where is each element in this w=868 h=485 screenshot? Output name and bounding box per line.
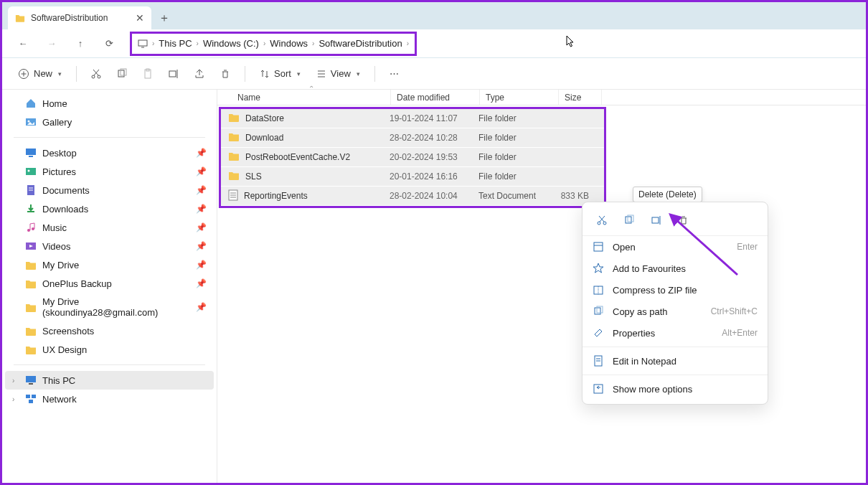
svg-rect-31 [29,383,33,385]
tooltip: Delete (Delete) [633,187,702,202]
new-button[interactable]: New ▾ [12,65,67,83]
sidebar-item[interactable]: Pictures📌 [5,162,214,181]
tab-active[interactable]: SoftwareDistribution ✕ [8,6,151,29]
pin-icon[interactable]: 📌 [196,278,207,288]
sidebar-item[interactable]: ›This PC [5,371,214,390]
chevron-right-icon: › [312,39,314,47]
table-row[interactable]: DataStore19-01-2024 11:07File folder [221,109,604,128]
sidebar-item[interactable]: My Drive (skoundinya28@gmail.com)📌 [5,293,214,321]
paste-button[interactable] [137,63,159,85]
svg-line-41 [600,216,605,222]
pin-icon[interactable]: 📌 [196,166,207,176]
sidebar-item[interactable]: Screenshots [5,321,214,340]
gallery-icon [25,116,37,128]
column-size[interactable]: Size [559,90,602,105]
breadcrumb-item[interactable]: Windows [270,38,308,49]
sidebar-item[interactable]: Videos📌 [5,237,214,255]
pin-icon[interactable]: 📌 [196,148,207,158]
breadcrumb-item[interactable]: SoftwareDistribution [319,38,402,49]
breadcrumb[interactable]: › This PC › Windows (C:) › Windows › Sof… [130,32,417,56]
column-headers[interactable]: Name⌃ Date modified Type Size [217,90,866,105]
up-button[interactable]: ↑ [70,33,91,55]
chevron-right-icon[interactable]: › [12,377,14,385]
column-type[interactable]: Type [480,90,559,105]
new-tab-button[interactable]: ＋ [151,6,177,29]
column-date[interactable]: Date modified [391,90,480,105]
sidebar: HomeGallery Desktop📌Pictures📌Documents📌D… [2,90,217,483]
ctx-cut-button[interactable] [593,211,611,230]
sidebar-item[interactable]: Desktop📌 [5,143,214,162]
ctx-item[interactable]: PropertiesAlt+Enter [582,322,768,344]
path-icon [593,306,604,317]
rename-button[interactable] [163,63,184,85]
ctx-item[interactable]: Compress to ZIP file [582,279,768,301]
pin-icon[interactable]: 📌 [196,241,207,251]
file-name: SLS [245,171,262,182]
file-size: 833 KB [552,191,595,201]
cut-button[interactable] [85,63,107,85]
file-name: Download [245,133,283,143]
sort-button[interactable]: Sort ▾ [254,65,306,82]
sidebar-item[interactable]: My Drive📌 [5,255,214,274]
sidebar-item[interactable]: Home [5,94,214,113]
ctx-item[interactable]: Show more options [582,378,768,400]
breadcrumb-item[interactable]: This PC [159,38,192,49]
ctx-item-label: Compress to ZIP file [613,285,697,296]
svg-rect-49 [594,286,603,294]
ctx-item-label: Show more options [613,384,692,395]
ctx-item[interactable]: Copy as pathCtrl+Shift+C [582,301,768,322]
sidebar-item[interactable]: UX Design [5,340,214,359]
table-row[interactable]: Download28-02-2024 10:28File folder [221,128,604,148]
sidebar-item[interactable]: Downloads📌 [5,199,214,218]
pin-icon[interactable]: 📌 [196,222,207,232]
pin-icon[interactable]: 📌 [196,260,207,270]
copy-button[interactable] [111,63,133,85]
table-row[interactable]: PostRebootEventCache.V220-02-2024 19:53F… [221,148,604,167]
svg-point-27 [27,229,30,232]
ctx-rename-button[interactable] [647,211,666,230]
file-date: 19-01-2024 11:07 [384,113,473,123]
share-button[interactable] [189,63,210,85]
sidebar-item[interactable]: Gallery [5,113,214,131]
svg-rect-0 [138,40,147,46]
svg-rect-21 [29,156,33,157]
ctx-item-hint: Ctrl+Shift+C [711,306,758,316]
refresh-button[interactable]: ⟳ [98,33,120,55]
sidebar-item[interactable]: ›Network [5,390,214,408]
chevron-right-icon[interactable]: › [12,395,14,403]
sidebar-item[interactable]: Documents📌 [5,181,214,199]
pin-icon[interactable]: 📌 [196,302,207,312]
svg-point-28 [32,227,34,230]
music-icon [25,222,37,233]
close-icon[interactable]: ✕ [136,12,144,24]
table-row[interactable]: ReportingEvents28-02-2024 10:04Text Docu… [221,187,604,206]
ctx-item[interactable]: Edit in Notepad [582,350,768,372]
chevron-right-icon: › [407,39,409,47]
documents-icon [25,184,37,196]
file-type: Text Document [473,191,552,201]
pin-icon[interactable]: 📌 [196,185,207,195]
ctx-item[interactable]: Add to Favourites [582,258,768,279]
back-button[interactable]: ← [12,33,34,55]
file-name: DataStore [245,113,284,123]
ctx-copy-button[interactable] [620,211,638,230]
ctx-item-hint: Enter [737,242,758,252]
svg-line-8 [93,70,98,75]
more-button[interactable]: ⋯ [384,63,405,85]
ctx-delete-button[interactable] [674,211,693,230]
chevron-down-icon: ▾ [297,70,301,77]
breadcrumb-item[interactable]: Windows (C:) [203,38,259,49]
pin-icon[interactable]: 📌 [196,204,207,214]
sidebar-item[interactable]: OnePlus Backup📌 [5,274,214,293]
table-row[interactable]: SLS20-01-2024 16:16File folder [221,167,604,187]
tab-title: SoftwareDistribution [31,13,108,23]
forward-button[interactable]: → [41,33,62,55]
ctx-item[interactable]: OpenEnter [582,236,768,258]
file-list: DataStore19-01-2024 11:07File folderDown… [219,107,606,208]
sidebar-item[interactable]: Music📌 [5,218,214,237]
svg-point-23 [28,170,30,172]
svg-rect-44 [628,215,633,222]
view-button[interactable]: View ▾ [311,65,366,82]
delete-button[interactable] [214,63,236,85]
column-name[interactable]: Name⌃ [226,90,391,105]
